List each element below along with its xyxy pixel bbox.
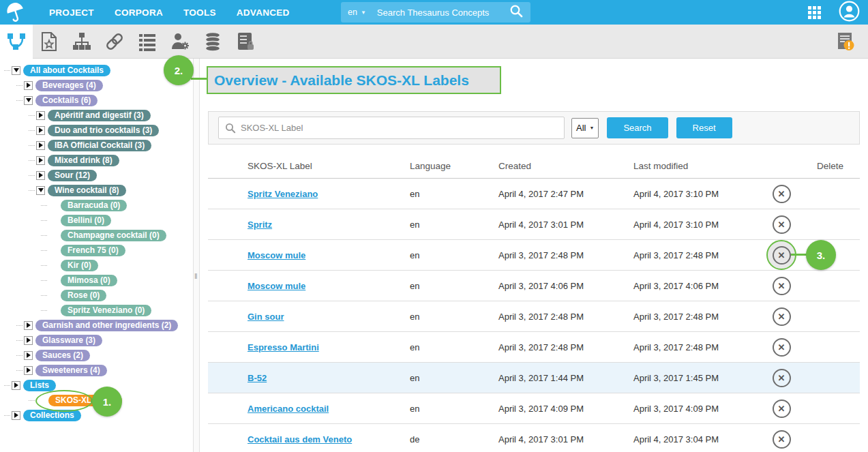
search-icon[interactable] [509,3,524,21]
document-star-icon[interactable] [33,25,65,59]
menu-item-tools[interactable]: TOOLS [183,7,216,18]
tree-item-rose-0[interactable]: Rose (0) [61,290,106,301]
modified-cell: April 3, 2017 2:48 PM [633,250,764,260]
tree-item-spritz-veneziano-0[interactable]: Spritz Veneziano (0) [61,305,151,316]
tree-item-all-about-cocktails[interactable]: All about Cocktails [23,65,110,76]
tree-item-wine-cocktail-8[interactable]: Wine cocktail (8) [48,185,126,196]
splitter-grip-icon: ‖ [194,272,197,280]
tree-item-duo-and-trio-cocktails-3[interactable]: Duo and trio cocktails (3) [48,125,159,136]
search-button[interactable]: Search [607,117,668,138]
language-cell: en [410,281,498,291]
tree-expand-toggle-icon[interactable] [24,366,33,375]
label-link-spritz[interactable]: Spritz [248,220,272,230]
user-settings-icon[interactable] [164,25,196,59]
user-avatar-icon[interactable] [839,1,860,25]
label-link-gin-sour[interactable]: Gin sour [248,312,284,322]
delete-button-row-7[interactable]: ✕ [773,369,791,387]
delete-button-row-4[interactable]: ✕ [773,277,791,295]
apps-grid-icon[interactable] [808,6,821,19]
concept-tree-sidebar: All about CocktailsBeverages (4)Cocktail… [0,59,193,452]
tree-item-mimosa-0[interactable]: Mimosa (0) [61,275,117,286]
tree-guide-line [4,415,10,416]
tree-collapse-toggle-icon[interactable] [36,186,45,195]
label-link-moscow-mule[interactable]: Moscow mule [248,250,305,260]
tree-item-glassware-3[interactable]: Glassware (3) [35,335,102,346]
tree-guide-line [41,265,47,266]
delete-button-wrap: ✕ [766,393,796,423]
tree-row: Sauces (2) [0,348,193,363]
label-link-espresso-martini[interactable]: Espresso Martini [248,342,319,352]
tree-expand-toggle-icon[interactable] [36,126,45,135]
tree-item-cocktails-6[interactable]: Cocktails (6) [35,95,98,106]
tree-item-garnish-and-other-ingredients-2[interactable]: Garnish and other ingredients (2) [35,320,178,331]
reset-button[interactable]: Reset [676,117,732,138]
tree-expand-toggle-icon[interactable] [12,381,20,390]
tree-item-beverages-4[interactable]: Beverages (4) [35,80,103,91]
delete-button-row-2[interactable]: ✕ [773,215,791,234]
delete-button-row-9[interactable]: ✕ [773,430,791,449]
tree-row: Wine cocktail (8) [0,183,193,198]
tree-expand-toggle-icon[interactable] [36,141,45,150]
tree-item-mixed-drink-8[interactable]: Mixed drink (8) [48,155,119,166]
tree-item-collections[interactable]: Collections [23,410,81,421]
tree-item-sweeteners-4[interactable]: Sweeteners (4) [35,365,107,376]
label-link-americano-cocktail[interactable]: Americano cocktail [248,404,329,414]
thesaurus-search-input[interactable]: Search Thesaurus Concepts [377,7,509,18]
tree-item-bellini-0[interactable]: Bellini (0) [61,215,111,226]
modified-cell: April 3, 2017 1:45 PM [633,373,764,383]
tree-item-champagne-cocktail-0[interactable]: Champagne cocktail (0) [61,230,166,241]
label-link-b-52[interactable]: B-52 [248,373,267,383]
tree-row: Apéritif and digestif (3) [0,108,193,123]
taxonomy-tree-icon[interactable] [0,25,33,59]
tree-item-kir-0[interactable]: Kir (0) [61,260,98,271]
delete-button-row-1[interactable]: ✕ [773,185,791,203]
tree-item-lists[interactable]: Lists [23,380,56,391]
label-link-cocktail-aus-dem-veneto[interactable]: Cocktail aus dem Veneto [248,434,352,445]
menu-item-corpora[interactable]: CORPORA [115,7,163,18]
tree-guide-line [16,355,23,356]
tree-expand-toggle-icon[interactable] [12,411,20,420]
main-content: Overview - Available SKOS-XL Labels All … [200,59,868,452]
tree-collapse-toggle-icon[interactable] [12,66,20,75]
created-cell: April 4, 2017 3:01 PM [498,434,633,445]
tree-collapse-toggle-icon[interactable] [24,96,33,105]
sitemap-icon[interactable] [65,25,98,59]
search-language-selector[interactable]: en ▼ [348,7,366,17]
tree-item-sauces-2[interactable]: Sauces (2) [35,350,90,361]
menu-item-advanced[interactable]: ADVANCED [237,7,290,18]
tree-item-french-75-0[interactable]: French 75 (0) [61,245,125,256]
menu-item-project[interactable]: PROJECT [49,7,94,18]
tree-expand-toggle-icon[interactable] [24,336,33,345]
tree-item-iba-official-cocktail-3[interactable]: IBA Official Cocktail (3) [48,140,151,151]
tree-expand-toggle-icon[interactable] [36,111,45,120]
label-search-input[interactable] [241,123,541,133]
list-icon[interactable] [131,25,164,59]
tree-expand-toggle-icon[interactable] [36,156,45,165]
report-warning-icon[interactable] [830,25,863,59]
label-link-moscow-mule[interactable]: Moscow mule [248,281,305,291]
delete-button-row-6[interactable]: ✕ [773,338,791,357]
app-logo-umbrella-icon[interactable] [0,0,31,25]
tree-item-barracuda-0[interactable]: Barracuda (0) [61,200,127,211]
tree-item-sour-12[interactable]: Sour (12) [48,170,97,181]
sidebar-splitter[interactable]: ‖ [193,59,200,452]
tree-item-skos-xl-label[interactable]: SKOS-XL Label [48,395,122,406]
link-icon[interactable] [98,25,131,59]
tree-expand-toggle-icon[interactable] [24,351,33,360]
label-link-spritz-veneziano[interactable]: Spritz Veneziano [248,189,318,199]
tree-guide-line [29,400,35,401]
tree-expand-toggle-icon[interactable] [24,81,33,90]
tree-expand-toggle-icon[interactable] [36,171,45,180]
tree-guide-line [16,340,23,341]
tree-expand-toggle-icon[interactable] [24,321,33,330]
table-row: Espresso MartinienApril 3, 2017 2:48 PMA… [208,332,860,363]
server-lock-icon[interactable] [229,25,262,59]
database-icon[interactable] [196,25,229,59]
tree-item-ap-ritif-and-digestif-3[interactable]: Apéritif and digestif (3) [48,110,151,121]
tree-row: Bellini (0) [0,213,193,228]
tree-row: Sour (12) [0,168,193,183]
delete-button-row-8[interactable]: ✕ [773,400,791,418]
language-filter-select[interactable]: All ▼ [571,118,599,138]
delete-button-row-5[interactable]: ✕ [773,307,791,326]
delete-button-row-3[interactable]: ✕ [773,246,791,265]
